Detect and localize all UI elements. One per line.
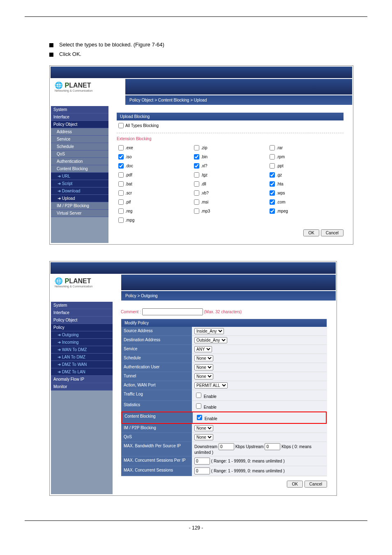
breadcrumb: Policy Object > Content Blocking > Uploa… [125,95,352,105]
svc-select[interactable]: ANY [194,346,212,352]
cb-reg[interactable] [118,208,124,214]
src-select[interactable]: Inside_Any [194,328,224,334]
cb-bat[interactable] [118,181,124,187]
nav-url[interactable]: ➜ URL [51,173,108,180]
cb-rar[interactable] [270,145,275,150]
step-1: Select the types to be blocked. (Figure … [49,42,367,48]
nav-auth[interactable]: Authentication [51,158,108,165]
stat-cb[interactable] [196,403,201,409]
nav2-interface[interactable]: Interface [51,309,113,317]
cb-mp3[interactable] [194,208,199,214]
nav-qos[interactable]: QoS [51,150,108,158]
au-select[interactable]: None [194,364,213,370]
cb-wps[interactable] [270,190,275,196]
nav2-policy-object[interactable]: Policy Object [51,317,113,324]
cb-iso[interactable] [118,154,124,160]
sch-select[interactable]: None [194,355,213,361]
breadcrumb-2: Policy > Outgoing [121,291,336,301]
nav2-anomaly[interactable]: Anomaly Flow IP [51,376,113,383]
dst-select[interactable]: Outside_Any [194,337,227,343]
cb-gz[interactable] [270,172,275,178]
tlog-cb[interactable] [196,393,201,398]
cb-zip[interactable] [194,145,199,150]
nav2-system[interactable]: System [51,302,113,309]
cancel-button-2[interactable]: Cancel [304,481,327,488]
logo: 🌐 PLANETNetworking & Communication [51,275,120,290]
act-select[interactable]: PERMIT ALL [194,382,228,388]
nav-schedule[interactable]: Schedule [51,143,108,150]
tun-select[interactable]: None [194,373,213,379]
nav2-wtd[interactable]: ➜ WAN To DMZ [51,346,113,354]
nav2-policy[interactable]: Policy [51,324,113,331]
form-title: Modify Policy [121,319,327,327]
cb-hta[interactable] [270,181,275,187]
comment-input[interactable] [142,308,203,315]
cb-xl[interactable] [194,163,199,169]
section-title: Upload Blocking [117,113,344,120]
page-number: - 129 - [25,525,367,531]
nav-system[interactable]: System [51,106,108,113]
cb-msi[interactable] [194,199,199,205]
nav2-dtw[interactable]: ➜ DMZ To WAN [51,361,113,368]
nav-download[interactable]: ➜ Download [51,187,108,195]
nav-policy-object[interactable]: Policy Object [51,121,108,128]
sidebar-2: System Interface Policy Object Policy ➜ … [51,302,113,494]
qos-select[interactable]: None [194,434,213,440]
cb-com[interactable] [270,199,275,205]
cb-ppt[interactable] [270,163,275,169]
nav-content-blocking[interactable]: Content Blocking [51,165,108,173]
cb-mpeg[interactable] [270,208,275,214]
cb-tgz[interactable] [194,172,199,178]
nav-upload[interactable]: ➜ Upload [51,195,108,202]
cb-dll[interactable] [194,181,199,187]
nav-address[interactable]: Address [51,128,108,136]
cancel-button[interactable]: Cancel [321,229,344,236]
us-input[interactable] [265,443,280,450]
cb-pdf[interactable] [118,172,124,178]
nav2-monitor[interactable]: Monitor [51,383,113,391]
cs-input[interactable] [194,458,210,465]
nav-interface[interactable]: Interface [51,113,108,121]
nav-im[interactable]: IM / P2P Blocking [51,202,108,210]
nav-vs[interactable]: Virtual Server [51,210,108,217]
nav2-incoming[interactable]: ➜ Incoming [51,339,113,346]
cb-bin[interactable] [194,154,199,160]
cb-rpm[interactable] [270,154,275,160]
cb-all[interactable] [118,123,124,128]
ds-input[interactable] [219,443,234,450]
nav-service[interactable]: Service [51,136,108,143]
nav2-dtl[interactable]: ➜ DMZ To LAN [51,368,113,376]
nav2-outgoing[interactable]: ➜ Outgoing [51,331,113,339]
logo: 🌐 PLANETNetworking & Communication [51,79,125,95]
nav2-ltd[interactable]: ➜ LAN To DMZ [51,354,113,361]
cb-pif[interactable] [118,199,124,205]
cb-vb[interactable] [194,190,199,196]
ok-button[interactable]: OK [303,229,319,236]
ext-header: Extension Blocking [117,136,344,141]
nav-script[interactable]: ➜ Script [51,180,108,187]
cb-exe[interactable] [118,145,124,150]
ok-button-2[interactable]: OK [287,481,302,488]
cb-doc[interactable] [118,163,124,169]
cb-scr[interactable] [118,190,124,196]
sidebar: System Interface Policy Object Address S… [51,106,108,243]
step-2: Click OK. [49,51,367,57]
im-select[interactable]: None [194,425,213,431]
mcs-input[interactable] [194,467,210,474]
cb-enable[interactable] [197,415,202,420]
cb-mpg[interactable] [118,217,124,223]
